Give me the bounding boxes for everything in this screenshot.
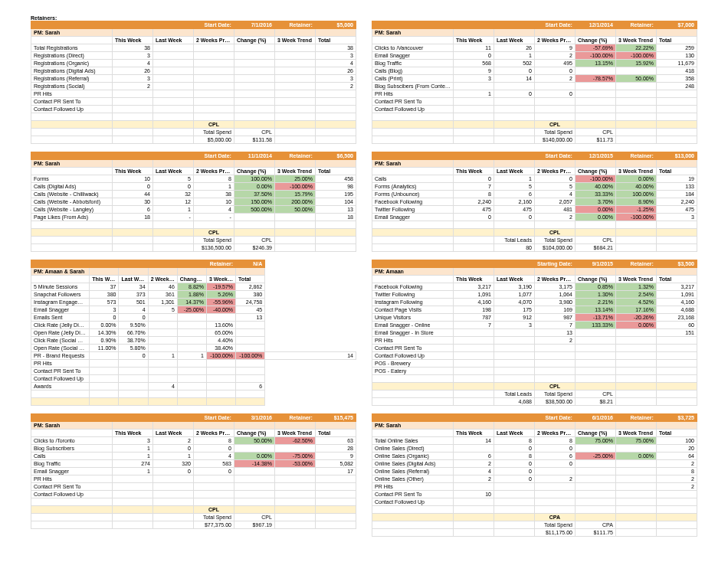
cell[interactable] <box>575 90 615 98</box>
cell[interactable]: Total Spend <box>534 129 575 136</box>
cell[interactable]: Online Sales (Direct) <box>372 445 454 453</box>
cell[interactable] <box>656 368 697 375</box>
cell[interactable] <box>453 483 494 491</box>
cell[interactable] <box>453 345 494 352</box>
cell[interactable]: 3 Week Trend <box>615 37 656 44</box>
cell[interactable] <box>236 360 265 368</box>
cell[interactable] <box>177 314 206 322</box>
cell[interactable] <box>315 90 356 98</box>
cell[interactable]: 169 <box>534 306 575 314</box>
cell[interactable] <box>234 445 274 453</box>
cell[interactable]: 38.40% <box>206 345 235 352</box>
cell[interactable]: 2 Weeks Previous <box>534 168 575 175</box>
cell[interactable]: 175 <box>494 306 534 314</box>
cell[interactable]: $967.19 <box>234 521 274 529</box>
cell[interactable] <box>575 67 615 75</box>
cell[interactable]: 13 <box>315 206 356 214</box>
cell[interactable] <box>234 468 274 475</box>
cell[interactable]: 2 Weeks Previous <box>534 276 575 283</box>
cell[interactable] <box>575 83 615 90</box>
cell[interactable] <box>193 44 234 52</box>
cell[interactable] <box>575 352 615 360</box>
cell[interactable]: 8 <box>494 437 534 445</box>
cell[interactable]: 2 <box>656 475 697 483</box>
cell[interactable]: 130 <box>656 52 697 60</box>
cell[interactable]: 248 <box>656 83 697 90</box>
cell[interactable]: 2 <box>453 460 494 468</box>
cell[interactable] <box>193 67 234 75</box>
cell[interactable]: 10 <box>112 175 152 183</box>
cell[interactable]: Email Snagger <box>372 214 454 221</box>
cell[interactable]: 19 <box>656 175 697 183</box>
cell[interactable]: PR Hits <box>31 475 113 483</box>
cell[interactable]: 1 <box>152 206 193 214</box>
cell[interactable]: 0 <box>193 468 234 475</box>
cell[interactable] <box>234 98 274 106</box>
cell[interactable] <box>193 475 234 483</box>
cell[interactable] <box>112 106 152 113</box>
cell[interactable]: Total Spend <box>193 514 234 521</box>
cell[interactable]: 3 <box>90 306 119 314</box>
cell[interactable] <box>534 468 575 475</box>
cell[interactable]: 0 <box>112 183 152 191</box>
cell[interactable] <box>656 337 697 345</box>
cell[interactable] <box>453 98 494 106</box>
cell[interactable]: 0.00% <box>234 453 274 460</box>
cell[interactable]: 274 <box>112 460 152 468</box>
cell[interactable] <box>234 214 274 221</box>
cell[interactable]: This Week <box>90 276 119 283</box>
cell[interactable]: 320 <box>152 460 193 468</box>
cell[interactable] <box>152 60 193 67</box>
cell[interactable]: $77,375.00 <box>193 521 234 529</box>
cell[interactable]: Calls (Blog) <box>372 67 454 75</box>
cell[interactable]: Facebook Following <box>372 198 454 206</box>
cell[interactable]: This Week <box>112 37 152 44</box>
cell[interactable]: -19.57% <box>206 283 235 291</box>
cell[interactable] <box>615 106 656 113</box>
cell[interactable]: 475 <box>656 206 697 214</box>
cell[interactable] <box>615 491 656 498</box>
cell[interactable]: 0 <box>494 67 534 75</box>
cell[interactable]: 17 <box>315 468 356 475</box>
cell[interactable]: 40.00% <box>615 183 656 191</box>
cell[interactable]: -100.00% <box>575 175 615 183</box>
cell[interactable] <box>234 483 274 491</box>
cell[interactable] <box>453 445 494 453</box>
cell[interactable]: Change (%) <box>234 37 274 44</box>
cell[interactable] <box>534 345 575 352</box>
cell[interactable] <box>177 345 206 352</box>
cell[interactable]: POS - Brewery <box>372 360 454 368</box>
cell[interactable]: PR Hits <box>31 90 113 98</box>
cell[interactable]: 6 <box>494 191 534 198</box>
cell[interactable]: 0 <box>534 175 575 183</box>
cell[interactable]: 104 <box>315 198 356 206</box>
cell[interactable]: 5 <box>148 306 177 314</box>
cell[interactable] <box>90 368 119 375</box>
cell[interactable] <box>112 98 152 106</box>
cell[interactable] <box>234 75 274 83</box>
cell[interactable]: 2 <box>656 483 697 491</box>
cell[interactable]: 50.00% <box>615 75 656 83</box>
cell[interactable]: Calls (Website - Langley) <box>31 206 113 214</box>
cell[interactable]: 8.82% <box>177 283 206 291</box>
cell[interactable] <box>274 106 315 113</box>
cell[interactable] <box>234 67 274 75</box>
cell[interactable]: 1,077 <box>494 291 534 299</box>
cell[interactable]: Contact Followed Up <box>372 498 454 506</box>
cell[interactable]: Change (%) <box>177 276 206 283</box>
cell[interactable]: 2 <box>534 214 575 221</box>
cell[interactable] <box>90 383 119 390</box>
cell[interactable]: 568 <box>453 60 494 67</box>
cell[interactable]: Blog Traffic <box>372 60 454 67</box>
cell[interactable]: - <box>193 214 234 221</box>
cell[interactable] <box>453 83 494 90</box>
cell[interactable] <box>119 368 148 375</box>
cell[interactable]: 358 <box>656 75 697 83</box>
cell[interactable]: This Week <box>112 168 152 175</box>
cell[interactable]: Instagram Following <box>372 299 454 306</box>
cell[interactable] <box>119 375 148 383</box>
cell[interactable]: 11.00% <box>90 345 119 352</box>
cell[interactable]: Instagram Engagement <box>31 299 90 306</box>
cell[interactable] <box>152 475 193 483</box>
cell[interactable]: 1.88% <box>177 291 206 299</box>
